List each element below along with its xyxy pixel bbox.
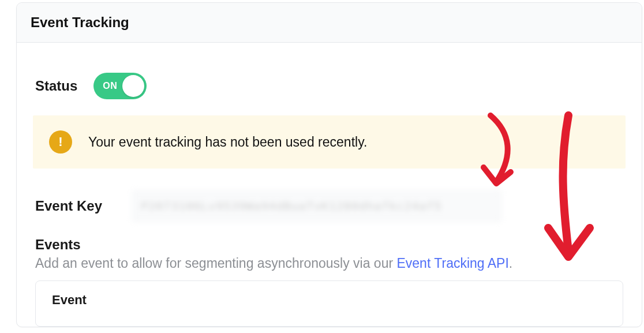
usage-notice: ! Your event tracking has not been used …	[33, 115, 626, 169]
events-block: Events Add an event to allow for segment…	[33, 234, 626, 327]
notice-text: Your event tracking has not been used re…	[88, 134, 367, 150]
event-key-label: Event Key	[35, 198, 116, 214]
status-label: Status	[35, 78, 77, 94]
status-row: Status ON	[33, 57, 626, 115]
panel-title: Event Tracking	[31, 14, 628, 31]
status-toggle[interactable]: ON	[93, 73, 147, 99]
events-table: Event	[35, 280, 623, 327]
event-key-row: Event Key P2073106Lv9539Wa94dBuaTvK1280d…	[33, 182, 626, 234]
events-table-header: Event	[52, 293, 606, 308]
events-description: Add an event to allow for segmenting asy…	[35, 254, 623, 272]
panel-header: Event Tracking	[17, 3, 642, 43]
event-key-value[interactable]: P2073106Lv9539Wa94dBuaTvK1280dhafkc24af5	[132, 190, 501, 222]
toggle-on-text: ON	[103, 81, 117, 91]
warning-icon: !	[49, 130, 72, 154]
event-tracking-panel: Event Tracking Status ON ! Your event tr…	[16, 2, 642, 327]
event-tracking-api-link[interactable]: Event Tracking API	[396, 256, 508, 271]
toggle-knob	[122, 75, 144, 97]
events-title: Events	[35, 237, 623, 253]
panel-body: Status ON ! Your event tracking has not …	[17, 43, 642, 327]
events-description-prefix: Add an event to allow for segmenting asy…	[35, 256, 396, 271]
events-description-suffix: .	[509, 256, 512, 271]
